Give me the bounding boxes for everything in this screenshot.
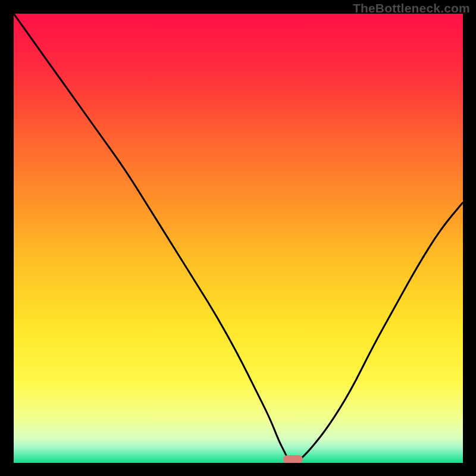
optimal-marker xyxy=(283,455,303,463)
watermark-label: TheBottleneck.com xyxy=(353,1,470,15)
plot-area xyxy=(14,14,463,463)
chart-frame: TheBottleneck.com xyxy=(0,0,476,476)
bottleneck-curve xyxy=(14,14,463,463)
